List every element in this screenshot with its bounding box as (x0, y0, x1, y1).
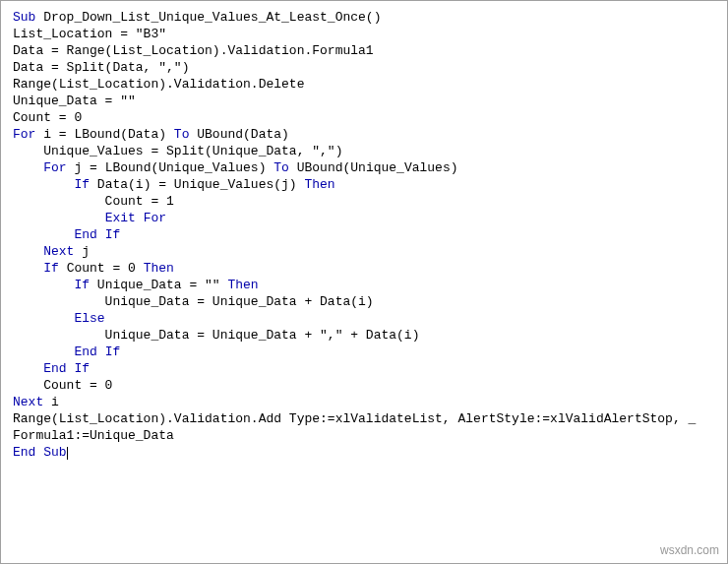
code-editor[interactable]: Sub Drop_Down_List_Unique_Values_At_Leas… (13, 9, 715, 461)
code-line: For j = LBound(Unique_Values) To UBound(… (13, 159, 715, 176)
code-line: End If (13, 344, 715, 360)
keyword: For (13, 127, 35, 142)
code-text (13, 345, 74, 359)
code-line: Unique_Data = Unique_Data + Data(i) (13, 293, 715, 310)
code-line: Next j (13, 243, 715, 260)
code-line: If Unique_Data = "" Then (13, 277, 715, 293)
code-line: Unique_Data = "" (13, 93, 715, 109)
code-text: Data(i) = Unique_Values(j) (90, 177, 304, 192)
code-line: Sub Drop_Down_List_Unique_Values_At_Leas… (13, 9, 715, 26)
keyword: End Sub (13, 445, 67, 460)
code-line: End Sub (13, 444, 715, 461)
code-text (13, 311, 74, 326)
code-text: i (43, 395, 59, 409)
keyword: Then (304, 177, 334, 192)
code-text (13, 227, 74, 242)
keyword: To (174, 127, 190, 142)
keyword: For (43, 160, 66, 175)
code-text (13, 211, 105, 225)
keyword: Next (43, 244, 74, 259)
watermark-text: wsxdn.com (660, 543, 719, 557)
text-cursor (67, 447, 68, 460)
keyword: Then (227, 278, 258, 292)
code-line: Unique_Data = Unique_Data + "," + Data(i… (13, 327, 715, 344)
keyword: If (74, 278, 90, 292)
code-text: Drop_Down_List_Unique_Values_At_Least_On… (35, 10, 381, 25)
code-line: Data = Split(Data, ",") (13, 59, 715, 76)
code-line: Range(List_Location).Validation.Delete (13, 76, 715, 93)
keyword: Next (13, 395, 43, 409)
code-text: j (74, 244, 90, 259)
keyword: Exit For (105, 211, 166, 225)
code-text (13, 177, 74, 192)
code-text (13, 361, 43, 376)
code-line: Count = 1 (13, 193, 715, 210)
code-line: Count = 0 (13, 109, 715, 126)
keyword: End If (43, 361, 90, 376)
code-line: If Count = 0 Then (13, 260, 715, 277)
code-text (13, 278, 74, 292)
code-text: j = LBound(Unique_Values) (67, 160, 274, 175)
code-text: UBound(Data) (189, 127, 288, 142)
code-line: Formula1:=Unique_Data (13, 427, 715, 444)
keyword: Else (74, 311, 104, 326)
code-text: i = LBound(Data) (35, 127, 173, 142)
code-line: If Data(i) = Unique_Values(j) Then (13, 176, 715, 193)
code-text: UBound(Unique_Values) (289, 160, 458, 175)
code-text (13, 261, 43, 276)
keyword: End If (74, 227, 120, 242)
code-line: Next i (13, 394, 715, 410)
keyword: Sub (13, 10, 35, 25)
keyword: If (74, 177, 90, 192)
code-line: List_Location = "B3" (13, 26, 715, 42)
code-line: Exit For (13, 210, 715, 226)
code-line: End If (13, 226, 715, 243)
keyword: To (273, 160, 289, 175)
code-line: Unique_Values = Split(Unique_Data, ",") (13, 143, 715, 159)
keyword: End If (74, 345, 120, 359)
code-text (13, 160, 43, 175)
code-text (13, 244, 43, 259)
code-line: Range(List_Location).Validation.Add Type… (13, 410, 715, 427)
code-line: For i = LBound(Data) To UBound(Data) (13, 126, 715, 143)
code-line: Data = Range(List_Location).Validation.F… (13, 42, 715, 59)
code-text: Count = 0 (59, 261, 144, 276)
code-text: Unique_Data = "" (90, 278, 227, 292)
keyword: Then (144, 261, 174, 276)
code-line: Else (13, 310, 715, 327)
keyword: If (43, 261, 59, 276)
code-line: End If (13, 360, 715, 377)
code-line: Count = 0 (13, 377, 715, 394)
